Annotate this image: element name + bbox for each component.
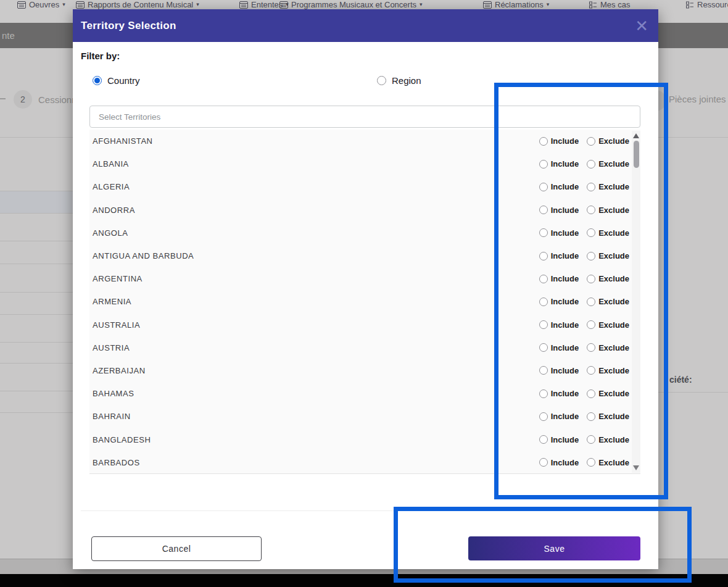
exclude-option[interactable]: Exclude [587, 182, 629, 191]
exclude-radio[interactable] [587, 275, 595, 283]
include-option[interactable]: Include [539, 274, 579, 283]
include-option[interactable]: Include [539, 412, 579, 421]
caret-down-icon: ▾ [62, 2, 65, 7]
include-exclude-group: Include Exclude [539, 251, 629, 260]
include-label: Include [551, 297, 579, 306]
exclude-label: Exclude [598, 458, 629, 467]
close-icon[interactable]: ✕ [635, 18, 648, 34]
include-option[interactable]: Include [539, 458, 579, 467]
exclude-option[interactable]: Exclude [587, 389, 629, 398]
exclude-option[interactable]: Exclude [587, 136, 629, 146]
nav-item-rapports-de-contenu-musical[interactable]: Rapports de Contenu Musical▾ [76, 0, 199, 9]
include-option[interactable]: Include [539, 320, 579, 330]
include-option[interactable]: Include [539, 206, 579, 215]
include-radio[interactable] [539, 412, 548, 421]
table-line [0, 191, 73, 191]
nav-item-ressources-po[interactable]: Ressources po [686, 0, 728, 9]
exclude-option[interactable]: Exclude [587, 343, 629, 352]
exclude-option[interactable]: Exclude [587, 251, 629, 260]
exclude-radio[interactable] [587, 343, 595, 352]
exclude-radio[interactable] [587, 320, 595, 329]
include-option[interactable]: Include [539, 366, 579, 375]
exclude-label: Exclude [598, 206, 629, 215]
include-radio[interactable] [539, 389, 548, 398]
exclude-option[interactable]: Exclude [587, 435, 629, 444]
exclude-option[interactable]: Exclude [587, 274, 629, 283]
attachments-tab-label[interactable]: Pièces jointes [669, 94, 726, 104]
include-option[interactable]: Include [539, 136, 579, 146]
scrollbar-thumb[interactable] [634, 141, 639, 168]
include-radio[interactable] [539, 160, 548, 169]
territory-list[interactable]: AFGHANISTAN Include Exclude ALBANIA Incl… [89, 130, 640, 474]
include-label: Include [551, 182, 579, 191]
exclude-option[interactable]: Exclude [587, 412, 629, 421]
nav-item-oeuvres[interactable]: Oeuvres▾ [17, 0, 65, 9]
exclude-radio[interactable] [587, 183, 595, 191]
exclude-radio[interactable] [587, 206, 595, 214]
exclude-radio[interactable] [587, 228, 595, 237]
scroll-down-icon[interactable] [633, 465, 639, 470]
exclude-radio[interactable] [587, 366, 595, 375]
include-option[interactable]: Include [539, 251, 579, 260]
include-radio[interactable] [539, 320, 548, 329]
exclude-label: Exclude [598, 366, 629, 375]
include-option[interactable]: Include [539, 228, 579, 238]
exclude-label: Exclude [598, 159, 629, 169]
include-radio[interactable] [539, 435, 548, 444]
scroll-up-icon[interactable] [633, 133, 639, 138]
include-option[interactable]: Include [539, 182, 579, 191]
exclude-option[interactable]: Exclude [587, 458, 629, 467]
include-radio[interactable] [539, 366, 548, 375]
country-radio[interactable] [93, 76, 102, 85]
region-radio[interactable] [377, 76, 386, 85]
include-radio[interactable] [539, 206, 548, 214]
territory-selection-modal: Territory Selection ✕ Filter by: Country… [73, 9, 658, 569]
include-radio[interactable] [539, 298, 548, 306]
filter-option-country[interactable]: Country [93, 75, 140, 86]
include-option[interactable]: Include [539, 435, 579, 444]
include-option[interactable]: Include [539, 343, 579, 352]
exclude-radio[interactable] [587, 389, 595, 398]
exclude-option[interactable]: Exclude [587, 320, 629, 330]
nav-item-label: Programmes Musicaux et Concerts [291, 0, 416, 9]
exclude-radio[interactable] [587, 160, 595, 169]
filter-option-region[interactable]: Region [377, 75, 421, 86]
include-label: Include [551, 159, 579, 169]
nav-item-programmes-musicaux-et-concerts[interactable]: Programmes Musicaux et Concerts▾ [279, 0, 423, 9]
exclude-radio[interactable] [587, 137, 595, 146]
include-radio[interactable] [539, 343, 548, 352]
territory-name: ANGOLA [93, 228, 128, 238]
exclude-radio[interactable] [587, 298, 595, 306]
exclude-radio[interactable] [587, 458, 595, 467]
include-radio[interactable] [539, 183, 548, 191]
include-radio[interactable] [539, 252, 548, 260]
exclude-option[interactable]: Exclude [587, 366, 629, 375]
table-line [0, 292, 73, 293]
select-territories-input[interactable] [89, 106, 640, 128]
exclude-radio[interactable] [587, 252, 595, 260]
include-radio[interactable] [539, 137, 548, 146]
region-radio-label: Region [392, 75, 421, 86]
exclude-option[interactable]: Exclude [587, 206, 629, 215]
include-option[interactable]: Include [539, 389, 579, 398]
include-radio[interactable] [539, 458, 548, 467]
scrollbar[interactable] [632, 131, 640, 473]
exclude-option[interactable]: Exclude [587, 297, 629, 306]
exclude-radio[interactable] [587, 412, 595, 421]
include-radio[interactable] [539, 275, 548, 283]
modal-title: Territory Selection [81, 20, 176, 32]
exclude-label: Exclude [598, 182, 629, 191]
include-option[interactable]: Include [539, 297, 579, 306]
save-button[interactable]: Save [468, 536, 640, 560]
exclude-option[interactable]: Exclude [587, 159, 629, 169]
include-exclude-group: Include Exclude [539, 435, 629, 444]
nav-item-r-clamations[interactable]: Réclamations▾ [483, 0, 549, 9]
filter-by-label: Filter by: [81, 51, 120, 61]
territory-name: ALGERIA [93, 182, 130, 191]
cancel-button[interactable]: Cancel [91, 536, 262, 561]
nav-item-mes-cas[interactable]: Mes cas [589, 0, 630, 9]
exclude-radio[interactable] [587, 435, 595, 444]
include-radio[interactable] [539, 228, 548, 237]
exclude-option[interactable]: Exclude [587, 228, 629, 238]
include-option[interactable]: Include [539, 159, 579, 169]
